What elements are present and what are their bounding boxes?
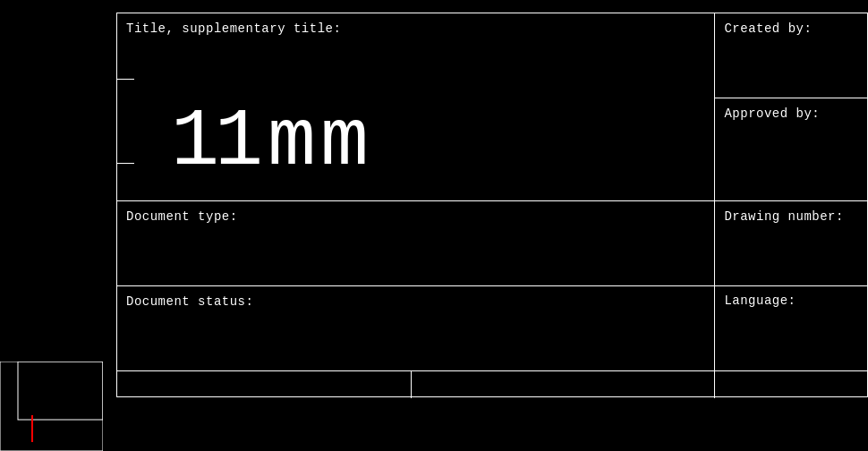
document-type-row: Document type: Drawing number: bbox=[117, 201, 867, 286]
large-number-text: 11 bbox=[171, 102, 259, 183]
title-block: Title, supplementary title: 11 mm Create… bbox=[116, 13, 868, 397]
approved-by-label: Approved by: bbox=[724, 106, 820, 121]
language-cell: Language: bbox=[715, 286, 867, 370]
document-type-label: Document type: bbox=[126, 209, 238, 224]
footer-mid-cell bbox=[412, 371, 715, 398]
red-line-indicator bbox=[31, 415, 33, 442]
title-right-panel: Created by: Approved by: bbox=[715, 13, 867, 200]
large-mm-text: mm bbox=[268, 102, 373, 183]
footer-right-cell bbox=[715, 371, 867, 398]
title-row: Title, supplementary title: 11 mm Create… bbox=[117, 13, 867, 201]
drawing-number-label: Drawing number: bbox=[724, 209, 844, 224]
approved-by-cell: Approved by: bbox=[715, 98, 867, 183]
svg-rect-0 bbox=[0, 362, 103, 451]
svg-rect-1 bbox=[18, 362, 103, 420]
document-status-label: Document status: bbox=[126, 294, 253, 309]
document-type-cell: Document type: bbox=[117, 201, 715, 285]
title-supplementary-label: Title, supplementary title: bbox=[126, 21, 341, 36]
created-by-label: Created by: bbox=[724, 21, 812, 36]
drawing-number-cell: Drawing number: bbox=[715, 201, 867, 285]
footer-row bbox=[117, 371, 867, 398]
document-status-row: Document status: Language: bbox=[117, 286, 867, 371]
created-by-cell: Created by: bbox=[715, 13, 867, 98]
large-text-area: 11 mm bbox=[171, 102, 373, 183]
title-main-cell: Title, supplementary title: 11 mm bbox=[117, 13, 715, 200]
corner-shape bbox=[0, 362, 103, 451]
language-label: Language: bbox=[724, 294, 796, 363]
canvas: Title, supplementary title: 11 mm Create… bbox=[0, 0, 868, 451]
document-status-cell: Document status: bbox=[117, 286, 715, 370]
footer-left-cell bbox=[117, 371, 412, 398]
